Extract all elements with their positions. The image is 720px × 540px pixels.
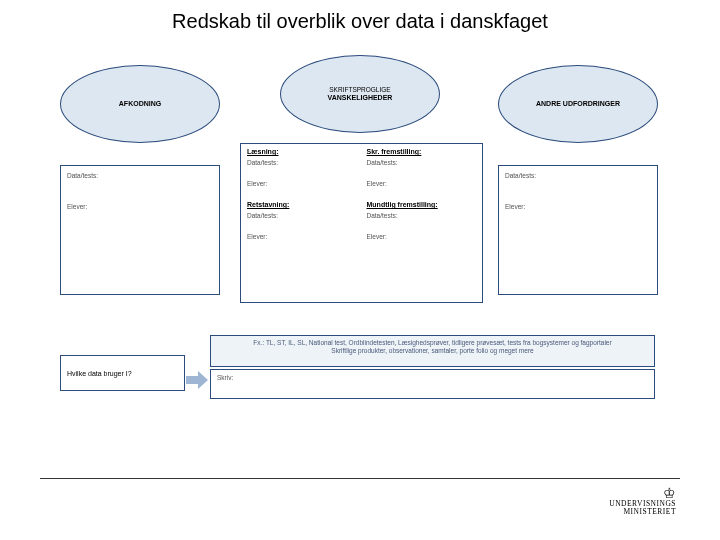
- field-data-tests-c1: Data/tests:: [247, 159, 357, 166]
- arrow-right-icon: [186, 371, 208, 389]
- write-label: Skriv:: [217, 374, 233, 381]
- ellipse-left-label: AFKODNING: [119, 100, 161, 108]
- field-elever-left: Elever:: [67, 203, 213, 210]
- page-title: Redskab til overblik over data i danskfa…: [0, 10, 720, 33]
- ellipse-center-text: SKRIFTSPROGLIGE VANSKELIGHEDER: [328, 86, 393, 102]
- right-column-box: Data/tests: Elever:: [498, 165, 658, 295]
- ellipse-afkodning: AFKODNING: [60, 65, 220, 143]
- ellipse-andre: ANDRE UDFORDRINGER: [498, 65, 658, 143]
- header-laesning: Læsning:: [247, 148, 357, 155]
- field-elever-c4: Elever:: [367, 233, 477, 240]
- ellipse-right-label: ANDRE UDFORDRINGER: [536, 100, 620, 108]
- logo-line2: MINISTERIET: [586, 508, 676, 516]
- question-box: Hvilke data bruger I?: [60, 355, 185, 391]
- crown-icon: ♔: [586, 486, 676, 500]
- left-column-box: Data/tests: Elever:: [60, 165, 220, 295]
- ellipse-center-sub: SKRIFTSPROGLIGE: [328, 86, 393, 94]
- field-elever-c3: Elever:: [247, 233, 357, 240]
- ellipse-center-main: VANSKELIGHEDER: [328, 94, 393, 102]
- header-retstavning: Retstavning:: [247, 201, 357, 208]
- header-mundtlig: Mundtlig fremstilling:: [367, 201, 477, 208]
- question-text: Hvilke data bruger I?: [67, 370, 132, 377]
- ellipse-skriftsproglige: SKRIFTSPROGLIGE VANSKELIGHEDER: [280, 55, 440, 133]
- center-column-box: Læsning: Data/tests: Elever: Skr. fremst…: [240, 143, 483, 303]
- field-elever-right: Elever:: [505, 203, 651, 210]
- ministry-logo: ♔ UNDERVISNINGS MINISTERIET: [586, 486, 676, 517]
- info-line2: Skriftlige produkter, observationer, sam…: [217, 347, 648, 355]
- info-strip: Fx.: TL, ST, IL, SL, National test, Ordb…: [210, 335, 655, 367]
- field-elever-c2: Elever:: [367, 180, 477, 187]
- footer-divider: [40, 478, 680, 479]
- field-data-tests-right: Data/tests:: [505, 172, 651, 179]
- field-data-tests-c4: Data/tests:: [367, 212, 477, 219]
- field-elever-c1: Elever:: [247, 180, 357, 187]
- field-data-tests-left: Data/tests:: [67, 172, 213, 179]
- write-box: Skriv:: [210, 369, 655, 399]
- field-data-tests-c2: Data/tests:: [367, 159, 477, 166]
- info-line1: Fx.: TL, ST, IL, SL, National test, Ordb…: [217, 339, 648, 347]
- diagram-area: AFKODNING SKRIFTSPROGLIGE VANSKELIGHEDER…: [60, 55, 660, 435]
- header-skr-frem: Skr. fremstilling:: [367, 148, 477, 155]
- field-data-tests-c3: Data/tests:: [247, 212, 357, 219]
